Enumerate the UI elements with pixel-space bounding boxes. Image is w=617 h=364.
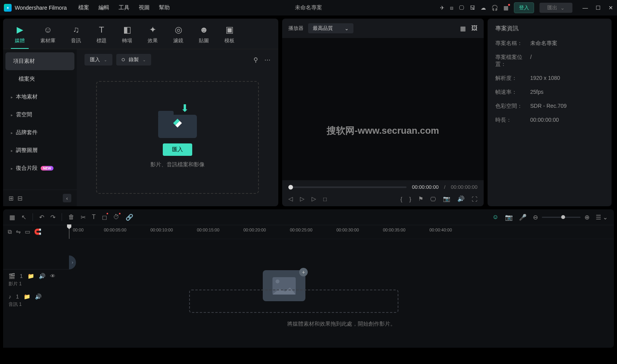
crop-icon[interactable]: ◻ (102, 214, 107, 221)
redo-icon[interactable]: ↷ (50, 214, 55, 221)
collapse-sidebar-button[interactable]: ‹ (63, 194, 71, 202)
folder-icon[interactable]: 📁 (24, 293, 30, 300)
link-icon[interactable]: 🔗 (126, 214, 133, 221)
display-icon[interactable]: 🖵 (430, 196, 436, 202)
sidebar-item-folder[interactable]: 檔案夾 (3, 70, 77, 88)
tab-templates[interactable]: ▣模板 (221, 22, 238, 49)
mic-icon[interactable]: 🎤 (519, 214, 527, 221)
maximize-button[interactable]: ☐ (596, 5, 601, 11)
grid-view-icon[interactable]: ▦ (460, 25, 466, 32)
sidebar-item-brand[interactable]: ▸品牌套件 (3, 124, 77, 141)
record-icon[interactable]: ⧇ (450, 5, 453, 11)
tab-media[interactable]: ▶媒體 (11, 22, 29, 49)
menu-file[interactable]: 檔案 (78, 4, 89, 11)
video-track-header[interactable]: 🎬1 📁 🔊 👁 影片 1 (3, 270, 69, 290)
sidebar-item-adjust-layer[interactable]: ▸調整圖層 (3, 141, 77, 159)
import-dropzone[interactable]: ⬇ 匯入 影片、音訊檔案和影像 (96, 81, 259, 194)
tl-mode1-icon[interactable]: ⧉ (8, 228, 12, 235)
login-button[interactable]: 登入 (514, 2, 534, 13)
new-folder-icon[interactable]: ⊞ (9, 195, 14, 202)
stop-icon[interactable]: □ (323, 196, 327, 202)
scrubber[interactable] (288, 186, 407, 188)
mute-icon[interactable]: 🔊 (39, 273, 45, 279)
tab-stickers[interactable]: ☻貼圖 (195, 22, 213, 49)
play-icon[interactable]: ▷ (312, 195, 316, 202)
tab-titles[interactable]: T標題 (93, 22, 110, 49)
chevron-down-icon: ⌄ (104, 58, 107, 62)
cloud-icon[interactable]: ☁ (481, 5, 486, 11)
preview-viewport[interactable]: 搜软网-www.secruan.com (282, 38, 484, 180)
zoom-slider[interactable] (542, 217, 581, 218)
zoom-thumb[interactable] (561, 215, 565, 219)
panel-tabs: ▶媒體 ☺素材庫 ♫音訊 T標題 ◧轉場 ✦效果 ◎濾鏡 ☻貼圖 ▣模板 (3, 19, 278, 49)
record-dropdown[interactable]: 錄製⌄ (116, 54, 151, 66)
scrubber-thumb[interactable] (288, 185, 293, 190)
prev-frame-icon[interactable]: ◁ (288, 195, 293, 202)
ai-icon[interactable]: ☺ (492, 214, 498, 221)
mark-in-icon[interactable]: { (400, 196, 402, 202)
audio-track-header[interactable]: ♪1 📁 🔊 音訊 1 (3, 290, 69, 311)
import-button[interactable]: 匯入 (163, 143, 192, 156)
menu-view[interactable]: 視圖 (139, 4, 150, 11)
more-icon[interactable]: ⋯ (264, 56, 271, 64)
playhead[interactable] (69, 225, 69, 239)
text-icon[interactable]: T (92, 214, 96, 221)
tab-transitions[interactable]: ◧轉場 (118, 22, 136, 49)
split-icon[interactable]: ✂ (81, 214, 86, 221)
save-icon[interactable]: 🖫 (470, 5, 475, 11)
tl-mode3-icon[interactable]: ▭ (25, 228, 30, 235)
audio-track-icon: ♪ (9, 293, 11, 300)
sidebar-item-cloud[interactable]: ▸雲空間 (3, 106, 77, 124)
quality-dropdown[interactable]: 最高品質⌄ (308, 23, 353, 33)
volume-icon[interactable]: 🔊 (457, 195, 465, 202)
tab-audio[interactable]: ♫音訊 (67, 22, 85, 49)
folder-remove-icon[interactable]: ⊟ (17, 195, 22, 202)
modules-icon[interactable]: ▦ (9, 214, 15, 221)
tab-filters[interactable]: ◎濾鏡 (169, 22, 187, 49)
mark-out-icon[interactable]: } (409, 196, 411, 202)
visibility-icon[interactable]: 👁 (50, 273, 55, 279)
undo-icon[interactable]: ↶ (39, 214, 44, 221)
info-label-path: 專案檔案位置： (495, 54, 530, 68)
headset-icon[interactable]: 🎧 (491, 5, 498, 11)
filter-icon[interactable]: ⚲ (253, 56, 258, 64)
delete-icon[interactable]: 🗑 (68, 214, 74, 221)
sidebar-item-local[interactable]: ▸本地素材 (3, 88, 77, 106)
timeline-ruler[interactable]: 00:00 00:00:05:00 00:00:10:00 00:00:15:0… (69, 225, 614, 239)
send-icon[interactable]: ✈ (440, 5, 445, 11)
marker-icon[interactable]: ⚑ (418, 195, 423, 202)
apps-icon[interactable]: ▦ (503, 5, 508, 11)
view-options-icon[interactable]: ☰ ⌄ (596, 214, 608, 221)
timeline-tracks[interactable]: 00:00 00:00:05:00 00:00:10:00 00:00:15:0… (69, 225, 614, 348)
mute-icon[interactable]: 🔊 (35, 293, 41, 300)
cursor-icon[interactable]: ↖ (21, 214, 26, 221)
titlebar: ✦ Wondershare Filmora 檔案 編輯 工具 視圖 幫助 未命名… (0, 0, 617, 16)
minimize-button[interactable]: — (583, 5, 588, 11)
zoom-out-icon[interactable]: ⊖ (533, 214, 538, 221)
import-dropdown[interactable]: 匯入⌄ (84, 54, 112, 66)
next-frame-icon[interactable]: ▷ (300, 195, 305, 202)
zoom-in-icon[interactable]: ⊕ (584, 214, 589, 221)
dropzone-hint: 影片、音訊檔案和影像 (150, 161, 205, 168)
sidebar-item-project-media[interactable]: 項目素材 (5, 52, 74, 70)
info-label-colorspace: 色彩空間： (495, 103, 530, 110)
chevron-right-icon: ▸ (11, 95, 13, 99)
speed-icon[interactable]: ⏱ (113, 214, 119, 221)
tab-effects[interactable]: ✦效果 (144, 22, 162, 49)
desktop-icon[interactable]: 🖵 (459, 5, 464, 11)
close-button[interactable]: ✕ (608, 5, 613, 11)
timeline-dropzone[interactable] (189, 290, 398, 313)
tl-magnet-icon[interactable]: 🧲 (34, 228, 41, 235)
menu-edit[interactable]: 編輯 (98, 4, 109, 11)
fullscreen-icon[interactable]: ⛶ (472, 196, 477, 202)
menu-tools[interactable]: 工具 (119, 4, 129, 11)
sidebar-item-compound[interactable]: ▸復合片段NEW (3, 159, 77, 177)
picture-icon[interactable]: 🖼 (471, 25, 477, 32)
snapshot-icon[interactable]: 📷 (443, 195, 450, 202)
tl-mode2-icon[interactable]: ⇋ (16, 228, 21, 235)
export-button[interactable]: 匯出⌄ (539, 3, 572, 13)
tab-stock[interactable]: ☺素材庫 (36, 22, 59, 49)
camera-icon[interactable]: 📷 (505, 214, 513, 221)
menu-help[interactable]: 幫助 (159, 4, 170, 11)
folder-icon[interactable]: 📁 (28, 273, 34, 279)
